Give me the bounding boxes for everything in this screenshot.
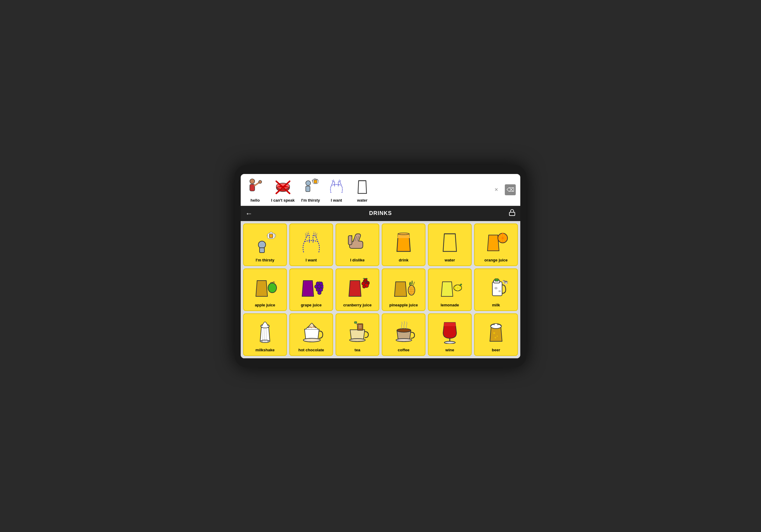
cranberry-juice-grid-label: cranberry juice [343,303,371,307]
grid-item-drink[interactable]: drink [382,224,426,266]
lock-icon[interactable] [508,209,516,218]
svg-point-36 [398,233,409,235]
orange-juice-grid-icon: ✦ [477,228,515,256]
lemonade-grid-label: lemonade [441,303,459,307]
header-symbols: hello I c [245,177,491,202]
cant-speak-label: I can't speak [271,198,295,202]
grid-item-grape-juice[interactable]: grape juice [289,268,333,311]
i-want-header-label: I want [331,198,342,202]
svg-line-31 [316,233,317,237]
grid-item-apple-juice[interactable]: apple juice [243,268,287,311]
svg-point-64 [364,279,367,282]
header-actions: × ⌫ [491,184,516,195]
tea-grid-label: tea [355,348,360,352]
grid-item-i-want[interactable]: I want [289,224,333,266]
svg-point-77 [498,290,501,292]
svg-line-30 [309,232,309,236]
grape-juice-grid-icon [292,273,330,301]
water-header-icon [353,177,372,197]
grid-item-wine[interactable]: wine [428,313,472,356]
coffee-grid-label: coffee [398,348,409,352]
drink-grid-icon [385,228,423,256]
grid-item-orange-juice[interactable]: ✦ orange juice [474,224,518,266]
grid-item-thirsty[interactable]: I'm thirsty [243,224,287,266]
svg-point-97 [396,339,412,342]
milk-grid-icon: 🐄 [477,273,515,301]
svg-point-66 [408,286,415,295]
svg-point-21 [258,241,265,248]
svg-point-8 [306,181,311,186]
tea-grid-icon [338,318,376,346]
header-symbol-hello[interactable]: hello [245,177,265,202]
cranberry-juice-grid-icon [338,273,376,301]
i-want-header-icon [327,177,346,197]
hello-label: hello [251,198,260,202]
apple-juice-grid-icon [246,273,284,301]
svg-rect-22 [260,248,264,253]
svg-rect-34 [348,236,352,245]
dislike-grid-label: I dislike [350,258,365,262]
grid-item-lemonade[interactable]: lemonade [428,268,472,311]
beer-grid-icon [477,318,515,346]
grid-item-cranberry-juice[interactable]: cranberry juice [335,268,379,311]
svg-line-17 [340,180,341,182]
water-grid-label: water [444,258,455,262]
close-button[interactable]: × [491,184,502,195]
grid-item-water[interactable]: water [428,224,472,266]
thirsty-header-icon [301,177,321,197]
apple-juice-grid-label: apple juice [255,303,275,307]
grid-item-coffee[interactable]: coffee [382,313,426,356]
drink-grid-label: drink [399,258,408,262]
grid-item-pineapple-juice[interactable]: pineapple juice [382,268,426,311]
orange-juice-grid-label: orange juice [485,258,508,262]
grid-item-milk[interactable]: 🐄 milk [474,268,518,311]
wine-grid-label: wine [445,348,454,352]
grid-item-dislike[interactable]: I dislike [335,224,379,266]
delete-button[interactable]: ⌫ [505,184,516,195]
svg-line-33 [314,232,314,236]
grid-item-milkshake[interactable]: milkshake [243,313,287,356]
header-symbol-thirsty[interactable]: I'm thirsty [301,177,321,202]
svg-point-56 [318,291,321,294]
pineapple-juice-grid-icon [385,273,423,301]
header-bar: hello I c [241,174,520,206]
page-title: DRINKS [369,210,392,217]
hello-icon [245,177,265,197]
svg-point-63 [363,285,366,288]
i-want-grid-icon [292,228,330,256]
svg-rect-9 [306,186,310,191]
hot-chocolate-grid-label: hot chocolate [298,348,324,352]
grid-item-hot-chocolate[interactable]: hot chocolate [289,313,333,356]
milkshake-grid-label: milkshake [256,348,275,352]
grid-item-beer[interactable]: beer [474,313,518,356]
header-symbol-i-want[interactable]: I want [327,177,346,202]
milk-grid-label: milk [492,303,500,307]
cant-speak-icon [273,177,293,197]
pineapple-juice-grid-label: pineapple juice [389,303,418,307]
svg-rect-27 [269,234,273,238]
thirsty-grid-label: I'm thirsty [256,258,274,262]
svg-line-16 [333,180,334,182]
grid-item-tea[interactable]: tea [335,313,379,356]
water-header-label: water [357,198,368,202]
svg-point-3 [259,180,262,184]
tablet-screen: hello I c [241,174,520,358]
nav-bar: ← DRINKS [241,206,520,221]
svg-point-102 [497,336,498,337]
lemonade-grid-icon [431,273,469,301]
header-symbol-water[interactable]: water [353,177,372,202]
beer-grid-label: beer [492,348,500,352]
dislike-grid-icon [338,228,376,256]
svg-point-101 [493,332,495,334]
coffee-grid-icon [385,318,423,346]
milkshake-grid-icon [246,318,284,346]
svg-rect-84 [262,340,268,343]
svg-text:🐄: 🐄 [502,279,508,285]
svg-point-96 [397,329,411,332]
thirsty-grid-icon [246,228,284,256]
grape-juice-grid-label: grape juice [301,303,322,307]
svg-rect-91 [354,322,357,323]
header-symbol-cant-speak[interactable]: I can't speak [271,177,295,202]
back-button[interactable]: ← [245,209,253,218]
svg-rect-89 [357,324,363,330]
